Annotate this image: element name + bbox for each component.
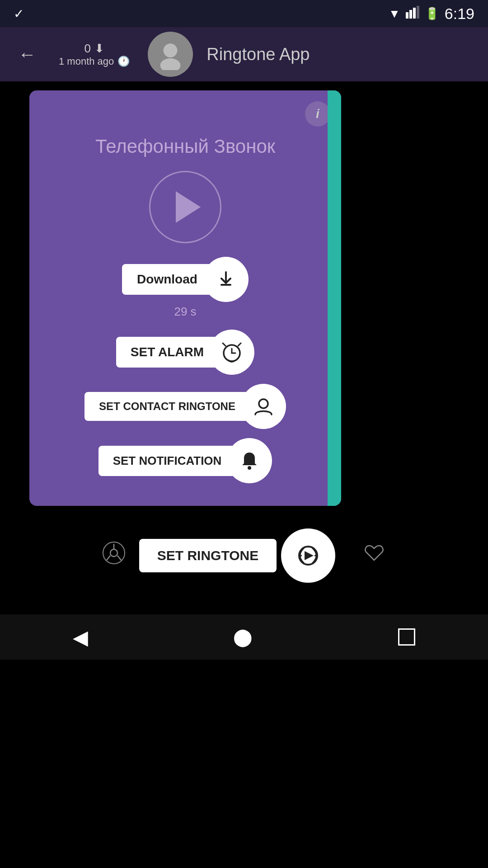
svg-point-4 (164, 43, 178, 57)
notification-circle-button[interactable] (227, 438, 272, 483)
avatar (148, 32, 193, 77)
download-button[interactable]: Download (122, 264, 212, 295)
battery-icon: 🔋 (425, 7, 439, 21)
nav-bar: ◀ ⬤ (0, 614, 488, 660)
download-circle-button[interactable] (203, 257, 249, 302)
duration-text: 29 s (174, 305, 196, 319)
app-title: Ringtone App (206, 45, 310, 64)
set-notification-row: SET NOTIFICATION (43, 438, 328, 483)
set-notification-button[interactable]: SET NOTIFICATION (99, 446, 236, 476)
back-nav-button[interactable]: ◀ (73, 626, 88, 649)
recent-nav-button[interactable] (398, 628, 415, 646)
ringtone-circle-button[interactable] (281, 528, 335, 583)
home-nav-button[interactable]: ⬤ (233, 627, 253, 647)
svg-point-13 (259, 399, 268, 408)
song-title: Телефонный Звонок (95, 136, 275, 157)
time-ago: 1 month ago (59, 56, 114, 67)
back-button[interactable]: ← (14, 40, 41, 69)
svg-rect-3 (417, 6, 419, 19)
play-icon (176, 191, 201, 223)
set-contact-ringtone-button[interactable]: SET CONTACT RINGTONE (84, 392, 250, 421)
check-icon: ✓ (14, 6, 24, 21)
download-info: 0 ⬇ 1 month ago 🕐 (59, 42, 130, 67)
svg-rect-2 (413, 8, 416, 19)
header: ← 0 ⬇ 1 month ago 🕐 Ringtone App (0, 27, 488, 81)
download-row: Download (43, 257, 328, 302)
share-icon[interactable] (102, 541, 126, 570)
info-button[interactable]: i (305, 101, 330, 127)
svg-rect-7 (221, 284, 231, 286)
alarm-circle-button[interactable] (209, 330, 254, 375)
teal-strip (328, 90, 341, 506)
set-alarm-row: SET ALARM (43, 330, 328, 375)
svg-rect-1 (409, 10, 412, 19)
svg-line-11 (223, 343, 225, 346)
svg-rect-0 (406, 12, 408, 19)
svg-point-5 (160, 58, 181, 70)
wifi-icon: ▼ (389, 7, 400, 21)
status-bar: ✓ ▼ 🔋 6:19 (0, 0, 488, 27)
svg-line-12 (238, 343, 241, 346)
svg-point-16 (110, 549, 117, 557)
svg-line-18 (107, 556, 110, 560)
clock-display: 6:19 (445, 5, 474, 23)
svg-line-19 (117, 556, 121, 560)
svg-point-14 (248, 466, 251, 470)
contact-circle-button[interactable] (241, 384, 286, 429)
heart-icon[interactable] (362, 541, 386, 570)
set-contact-ringtone-row: SET CONTACT RINGTONE (43, 384, 328, 429)
download-count: 0 (84, 42, 90, 56)
download-icon: ⬇ (94, 42, 104, 56)
play-button[interactable] (149, 171, 221, 243)
main-card: i Телефонный Звонок Download 29 s SET AL… (29, 90, 341, 506)
set-alarm-button[interactable]: SET ALARM (116, 337, 218, 368)
bottom-bar: SET RINGTONE (0, 515, 488, 596)
clock-icon: 🕐 (117, 56, 130, 67)
signal-icon (406, 6, 419, 22)
set-ringtone-button[interactable]: SET RINGTONE (139, 539, 277, 572)
svg-marker-21 (305, 551, 314, 560)
